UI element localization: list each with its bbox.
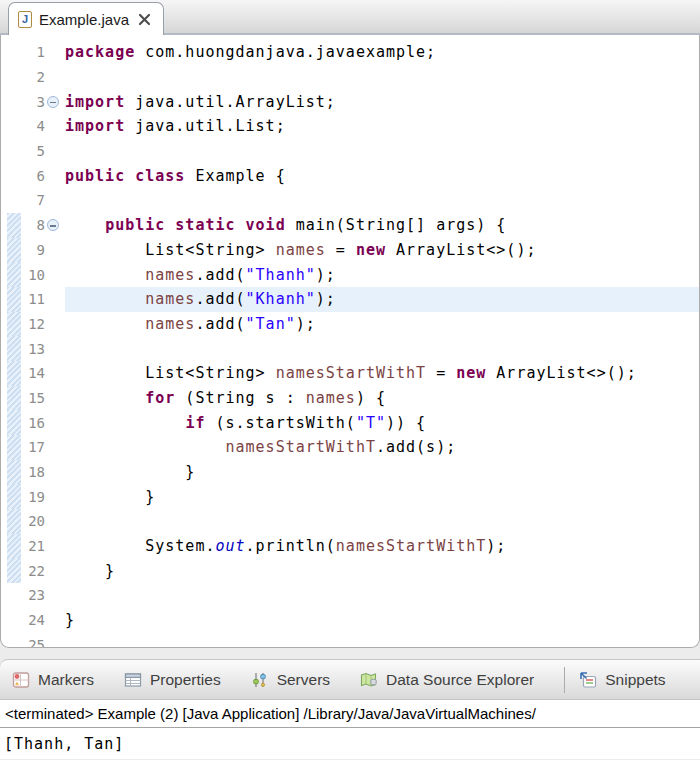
source-text[interactable] <box>65 139 699 164</box>
source-text[interactable]: } <box>65 558 699 583</box>
code-line[interactable]: 2 <box>1 65 699 90</box>
line-number: 24 <box>21 612 47 628</box>
fold-column[interactable] <box>47 219 65 231</box>
code-line[interactable]: 18 } <box>1 460 699 485</box>
code-line[interactable]: 22 } <box>1 558 699 583</box>
line-number: 1 <box>21 44 47 60</box>
properties-icon <box>124 671 142 689</box>
range-indicator <box>7 139 21 164</box>
fold-collapse-icon[interactable] <box>47 219 59 231</box>
java-file-icon: J <box>18 11 32 28</box>
line-number: 4 <box>21 118 47 134</box>
code-line[interactable]: 10 names.add("Thanh"); <box>1 262 699 287</box>
source-text[interactable] <box>65 583 699 608</box>
line-number: 11 <box>21 291 47 307</box>
line-number: 20 <box>21 513 47 529</box>
tab-markers-label: Markers <box>38 671 94 689</box>
source-text[interactable]: public class Example { <box>65 163 699 188</box>
line-number: 25 <box>21 637 47 648</box>
range-indicator <box>7 65 21 90</box>
code-line[interactable]: 21 System.out.println(namesStartWithT); <box>1 534 699 559</box>
tab-data-source-explorer-label: Data Source Explorer <box>386 671 534 689</box>
tab-properties-label: Properties <box>150 671 221 689</box>
console-output[interactable]: [Thanh, Tan] <box>0 728 700 759</box>
source-text[interactable]: List<String> names = new ArrayList<>(); <box>65 238 699 263</box>
range-indicator <box>7 435 21 460</box>
range-indicator <box>7 410 21 435</box>
code-line[interactable]: 8 public static void main(String[] args)… <box>1 213 699 238</box>
code-line[interactable]: 14 List<String> namesStartWithT = new Ar… <box>1 361 699 386</box>
tab-servers[interactable]: Servers <box>251 671 330 689</box>
source-text[interactable]: List<String> namesStartWithT = new Array… <box>65 361 699 386</box>
tab-properties[interactable]: Properties <box>124 671 221 689</box>
code-line[interactable]: 6public class Example { <box>1 163 699 188</box>
source-text[interactable]: for (String s : names) { <box>65 386 699 411</box>
code-line[interactable]: 1package com.huongdanjava.javaexample; <box>1 40 699 65</box>
code-line[interactable]: 25 <box>1 633 699 649</box>
source-text[interactable] <box>65 65 699 90</box>
source-text[interactable]: } <box>65 460 699 485</box>
source-text[interactable]: import java.util.ArrayList; <box>65 89 699 114</box>
fold-column[interactable] <box>47 96 65 108</box>
line-number: 16 <box>21 415 47 431</box>
code-line[interactable]: 9 List<String> names = new ArrayList<>()… <box>1 238 699 263</box>
bottom-view-tab-bar: Markers Properties Servers <box>0 659 700 700</box>
source-text[interactable]: } <box>65 484 699 509</box>
range-indicator <box>7 534 21 559</box>
range-indicator <box>7 608 21 633</box>
code-line[interactable]: 19 } <box>1 484 699 509</box>
line-number: 23 <box>21 587 47 603</box>
code-line[interactable]: 4import java.util.List; <box>1 114 699 139</box>
line-number: 21 <box>21 538 47 554</box>
tab-markers[interactable]: Markers <box>12 671 94 689</box>
code-line[interactable]: 11 names.add("Khanh"); <box>1 287 699 312</box>
tab-example-java[interactable]: J Example.java <box>8 2 164 35</box>
source-text[interactable] <box>65 509 699 534</box>
code-line[interactable]: 12 names.add("Tan"); <box>1 312 699 337</box>
line-number: 9 <box>21 242 47 258</box>
source-text[interactable]: namesStartWithT.add(s); <box>65 435 699 460</box>
source-text[interactable] <box>65 188 699 213</box>
code-line[interactable]: 24} <box>1 608 699 633</box>
source-text[interactable]: import java.util.List; <box>65 114 699 139</box>
line-number: 13 <box>21 341 47 357</box>
code-line[interactable]: 7 <box>1 188 699 213</box>
code-editor[interactable]: 1package com.huongdanjava.javaexample;23… <box>0 35 700 648</box>
range-indicator <box>7 89 21 114</box>
line-number: 15 <box>21 390 47 406</box>
line-number: 5 <box>21 143 47 159</box>
source-text[interactable]: } <box>65 608 699 633</box>
line-number: 2 <box>21 69 47 85</box>
close-icon[interactable] <box>138 13 151 26</box>
editor-tab-bar: J Example.java <box>0 0 700 35</box>
source-text[interactable]: names.add("Tan"); <box>65 312 699 337</box>
code-line[interactable]: 20 <box>1 509 699 534</box>
code-line[interactable]: 3import java.util.ArrayList; <box>1 89 699 114</box>
code-line[interactable]: 17 namesStartWithT.add(s); <box>1 435 699 460</box>
line-number: 7 <box>21 192 47 208</box>
tab-data-source-explorer[interactable]: Data Source Explorer <box>360 671 534 689</box>
source-text[interactable]: package com.huongdanjava.javaexample; <box>65 40 699 65</box>
line-number: 14 <box>21 365 47 381</box>
fold-collapse-icon[interactable] <box>47 96 59 108</box>
source-text[interactable]: if (s.startsWith("T")) { <box>65 410 699 435</box>
code-line[interactable]: 5 <box>1 139 699 164</box>
source-text[interactable]: names.add("Thanh"); <box>65 262 699 287</box>
source-text[interactable]: System.out.println(namesStartWithT); <box>65 534 699 559</box>
code-line[interactable]: 15 for (String s : names) { <box>1 386 699 411</box>
range-indicator <box>7 361 21 386</box>
code-line[interactable]: 13 <box>1 336 699 361</box>
line-number: 18 <box>21 464 47 480</box>
tab-servers-label: Servers <box>277 671 330 689</box>
line-number: 19 <box>21 489 47 505</box>
data-source-explorer-icon <box>360 671 378 689</box>
servers-icon <box>251 671 269 689</box>
range-indicator <box>7 460 21 485</box>
code-line[interactable]: 23 <box>1 583 699 608</box>
source-text[interactable] <box>65 336 699 361</box>
source-text[interactable] <box>65 633 699 649</box>
code-line[interactable]: 16 if (s.startsWith("T")) { <box>1 410 699 435</box>
source-text[interactable]: public static void main(String[] args) { <box>65 213 699 238</box>
source-text[interactable]: names.add("Khanh"); <box>65 287 699 312</box>
tab-snippets[interactable]: Snippets <box>579 671 665 689</box>
